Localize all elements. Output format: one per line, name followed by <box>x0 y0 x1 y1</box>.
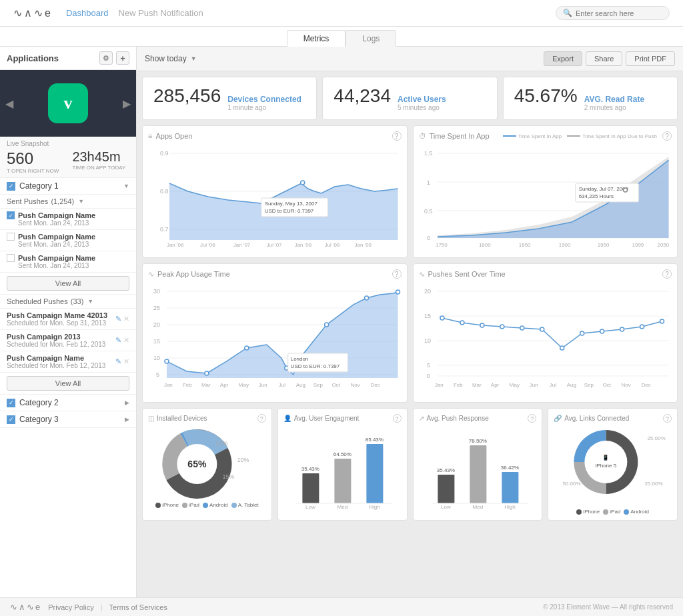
search-input[interactable] <box>576 9 662 17</box>
time-spent-chart: ⏱ Time Spent In App Time Spent In App Ti… <box>413 125 678 258</box>
tablet-legend: A. Tablet <box>238 502 259 508</box>
svg-text:Jan: Jan <box>164 382 173 388</box>
nav-dashboard[interactable]: Dashboard <box>66 8 109 18</box>
scheduled-pushes-header[interactable]: Scheduled Pushes (33) ▼ <box>0 294 136 309</box>
svg-text:0: 0 <box>426 235 430 241</box>
svg-text:High: High <box>369 504 380 510</box>
category-3-label: Category 3 <box>19 415 121 424</box>
push-item-1-checkbox[interactable]: ✓ <box>7 211 15 219</box>
svg-text:10%: 10% <box>215 440 227 447</box>
push-item-3-checkbox[interactable] <box>7 254 15 262</box>
svg-text:Oct: Oct <box>602 382 611 388</box>
footer-logo: ∿∧∿e <box>10 602 41 612</box>
svg-point-85 <box>540 327 544 331</box>
engagement-help-icon[interactable]: ? <box>393 414 402 423</box>
avg-push-response-chart: ↗ Avg. Push Response ? 35.43% 78.50% 36.… <box>413 408 543 521</box>
svg-text:London: London <box>291 356 309 362</box>
category-2-row[interactable]: ✓ Category 2 ▶ <box>0 394 136 411</box>
svg-text:15: 15 <box>424 313 430 319</box>
scheduled-item-3-info: Push Campaign Name Scheduled for Mon. Fe… <box>7 354 105 369</box>
ipad-legend: iPad <box>189 502 199 508</box>
svg-text:1750: 1750 <box>435 242 447 248</box>
links-help-icon[interactable]: ? <box>663 414 672 423</box>
push-response-help-icon[interactable]: ? <box>528 414 536 423</box>
svg-text:2050: 2050 <box>657 242 669 248</box>
scheduled-item-2-actions: ✎ ✕ <box>115 336 129 345</box>
push-response-title-row: ↗ Avg. Push Response ? <box>419 414 537 423</box>
category-3-row[interactable]: ✓ Category 3 ▶ <box>0 411 136 428</box>
avg-links-chart: 🔗 Avg. Links Connected ? <box>548 408 678 521</box>
devices-count: 285,456 <box>153 85 221 107</box>
svg-text:Oct: Oct <box>332 382 341 388</box>
category-2-checkbox[interactable]: ✓ <box>7 399 15 407</box>
sent-pushes-header[interactable]: Sent Pushes (1,254) ▼ <box>0 195 136 209</box>
tab-metrics[interactable]: Metrics <box>287 30 346 47</box>
bars-icon: ≡ <box>148 132 152 140</box>
svg-point-89 <box>620 327 624 331</box>
footer-privacy-link[interactable]: Privacy Policy <box>48 603 93 611</box>
tab-logs[interactable]: Logs <box>346 30 396 47</box>
apps-open-help-icon[interactable]: ? <box>392 131 402 141</box>
read-rate-time: 2 minutes ago <box>584 104 644 111</box>
engagement-title-row: 👤 Avg. User Engagment ? <box>283 414 402 423</box>
share-button[interactable]: Share <box>586 51 622 66</box>
right-nav-arrow[interactable]: ▶ <box>123 97 131 110</box>
svg-text:25: 25 <box>153 305 160 311</box>
delete-icon-3[interactable]: ✕ <box>123 357 129 366</box>
pushes-help-icon[interactable]: ? <box>662 269 672 279</box>
svg-text:25.00%: 25.00% <box>645 481 663 487</box>
time-spent-help-icon[interactable]: ? <box>662 131 672 141</box>
svg-text:20: 20 <box>153 321 160 328</box>
apps-open-chart: ≡ Apps Open ? 0.9 0.8 0.7 <box>142 125 408 258</box>
installed-help-icon[interactable]: ? <box>257 414 266 423</box>
time-legend-1: Time Spent In App <box>518 133 562 139</box>
category-1-checkbox[interactable]: ✓ <box>7 182 15 191</box>
category-1-row[interactable]: ✓ Category 1 ▼ <box>0 178 136 195</box>
nav-new-push[interactable]: New Push Notification <box>119 8 203 18</box>
push-item-2-name: Push Campaign Name <box>18 233 95 241</box>
links-iphone-legend: iPhone <box>583 509 600 515</box>
category-1-label: Category 1 <box>19 181 119 191</box>
add-icon-btn[interactable]: + <box>116 51 129 65</box>
delete-icon[interactable]: ✕ <box>123 315 129 323</box>
peak-help-icon[interactable]: ? <box>392 269 402 279</box>
export-button[interactable]: Export <box>544 51 582 66</box>
time-spent-title-row: ⏱ Time Spent In App Time Spent In App Ti… <box>419 131 672 141</box>
edit-icon[interactable]: ✎ <box>115 315 121 323</box>
scheduled-item-1: Push Campaign Mame 42013 Scheduled for M… <box>0 309 136 330</box>
svg-text:USD to EUR: 0.7397: USD to EUR: 0.7397 <box>265 208 314 214</box>
svg-rect-123 <box>502 472 518 503</box>
scheduled-count: (33) <box>71 297 84 305</box>
scheduled-item-1-actions: ✎ ✕ <box>115 315 129 323</box>
svg-text:1850: 1850 <box>518 242 530 248</box>
svg-text:1999: 1999 <box>632 242 644 248</box>
left-nav-arrow[interactable]: ◀ <box>5 97 13 110</box>
scheduled-item-3-name: Push Campaign Name <box>7 354 105 362</box>
read-rate-label: AVG. Read Rate <box>584 95 644 104</box>
view-all-scheduled-button[interactable]: View All <box>7 376 129 391</box>
users-label: Active Users <box>398 95 446 104</box>
svg-text:Sep: Sep <box>313 382 323 388</box>
svg-text:Jan: Jan <box>434 382 443 388</box>
svg-text:Sunday, Jul 07, 2008: Sunday, Jul 07, 2008 <box>578 186 628 192</box>
time-legend-2: Time Spent In App Due to Push <box>582 133 657 139</box>
svg-point-86 <box>560 346 564 350</box>
svg-text:0.8: 0.8 <box>160 188 168 195</box>
android-legend: Android <box>209 502 228 508</box>
gear-icon-btn[interactable]: ⚙ <box>99 51 113 65</box>
category-3-checkbox[interactable]: ✓ <box>7 415 15 424</box>
show-today-selector[interactable]: Show today ▼ <box>145 54 197 63</box>
svg-text:50.00%: 50.00% <box>563 481 581 487</box>
links-title-row: 🔗 Avg. Links Connected ? <box>554 414 672 423</box>
svg-text:5: 5 <box>156 371 159 378</box>
push-item-2-checkbox[interactable] <box>7 233 15 241</box>
view-all-sent-button[interactable]: View All <box>7 276 129 291</box>
svg-text:USD to EUR: 0.7397: USD to EUR: 0.7397 <box>291 363 340 369</box>
edit-icon-2[interactable]: ✎ <box>115 336 121 345</box>
apps-open-title: Apps Open <box>155 132 192 140</box>
delete-icon-2[interactable]: ✕ <box>123 336 129 345</box>
footer-terms-link[interactable]: Terms of Services <box>109 603 167 611</box>
stat-card-read-rate: 45.67% AVG. Read Rate 2 minutes ago <box>503 77 678 120</box>
edit-icon-3[interactable]: ✎ <box>115 357 121 366</box>
print-pdf-button[interactable]: Print PDF <box>626 51 675 66</box>
